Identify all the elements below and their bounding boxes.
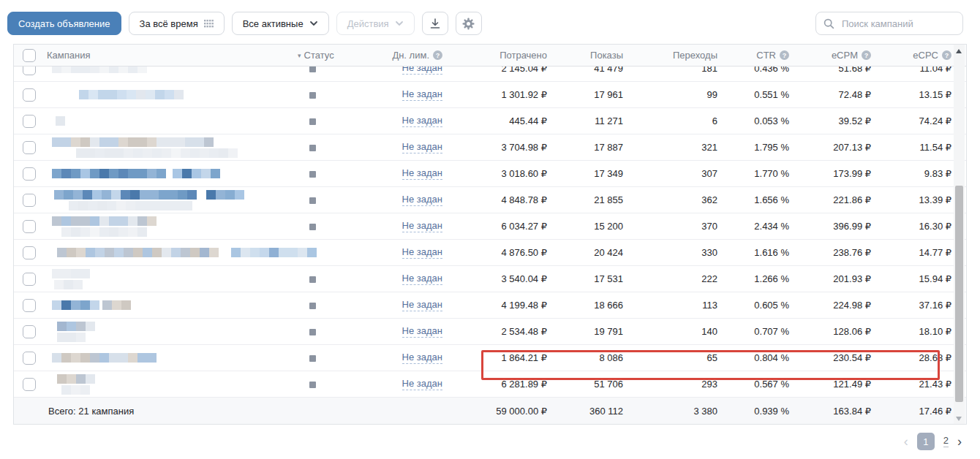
campaign-name-redacted[interactable] (42, 266, 290, 292)
campaign-name-redacted[interactable] (42, 371, 290, 397)
column-header-daily-limit[interactable]: Дн. лим. (344, 50, 442, 61)
column-header-ctr[interactable]: CTR (717, 50, 789, 61)
table-row[interactable]: Не задан 445.44 ₽ 11 271 6 0.053 % 39.52… (14, 108, 966, 134)
campaign-name-redacted[interactable] (42, 134, 290, 160)
help-icon[interactable] (780, 50, 789, 60)
select-all-checkbox[interactable] (23, 49, 36, 62)
campaign-name-redacted[interactable] (42, 187, 290, 213)
daily-limit-link[interactable]: Не задан (402, 246, 442, 259)
daily-limit-link[interactable]: Не задан (402, 115, 442, 127)
daily-limit-link[interactable]: Не задан (402, 141, 442, 153)
export-download-button[interactable] (422, 12, 448, 35)
daily-limit-link[interactable]: Не задан (402, 352, 442, 364)
status-filter-dropdown[interactable]: Все активные (232, 12, 329, 35)
column-header-ecpm[interactable]: eCPM (789, 50, 871, 61)
row-checkbox[interactable] (23, 246, 36, 259)
table-row[interactable]: Не задан 6 034.27 ₽ 15 200 370 2.434 % 3… (14, 213, 966, 240)
scrollbar-thumb[interactable] (955, 186, 963, 402)
help-icon[interactable] (942, 50, 951, 60)
campaign-name-redacted[interactable] (42, 292, 290, 318)
table-row[interactable]: Не задан 3 018.60 ₽ 17 349 307 1.770 % 1… (14, 161, 966, 187)
cell-ecpc: 13.39 ₽ (871, 194, 951, 205)
status-cell (290, 141, 344, 154)
campaign-name-redacted[interactable] (42, 82, 290, 107)
table-row[interactable]: Не задан 6 281.89 ₽ 51 706 293 0.567 % 1… (14, 371, 966, 398)
actions-dropdown[interactable]: Действия (336, 12, 415, 35)
row-checkbox[interactable] (23, 88, 36, 102)
column-header-campaign[interactable]: Кампания (42, 50, 290, 61)
page-next-arrow[interactable]: › (957, 435, 962, 448)
search-input[interactable] (840, 18, 972, 30)
cell-shows: 17 531 (547, 273, 623, 284)
daily-limit-link[interactable]: Не задан (402, 67, 442, 75)
row-checkbox[interactable] (23, 115, 36, 128)
cell-ecpm: 72.48 ₽ (789, 89, 871, 100)
scroll-down-arrow-icon[interactable] (956, 417, 962, 421)
calendar-grid-icon (204, 19, 214, 29)
daily-limit-link[interactable]: Не задан (402, 325, 442, 338)
table-row[interactable]: Не задан 1 864.21 ₽ 8 086 65 0.804 % 230… (14, 345, 966, 371)
campaign-name-redacted[interactable] (42, 345, 290, 371)
help-icon[interactable] (433, 50, 442, 60)
create-ad-button[interactable]: Создать объявление (7, 12, 121, 35)
daily-limit-link[interactable]: Не задан (402, 378, 442, 390)
daily-limit-link[interactable]: Не задан (402, 194, 442, 206)
campaign-name-redacted[interactable] (42, 213, 290, 239)
table-row[interactable]: Не задан 3 704.98 ₽ 17 887 321 1.795 % 2… (14, 134, 966, 161)
table-row[interactable]: Не задан 4 848.78 ₽ 21 855 362 1.656 % 2… (14, 187, 966, 213)
row-checkbox[interactable] (23, 220, 36, 233)
table-row[interactable]: Не задан 2 534.48 ₽ 19 791 140 0.707 % 1… (14, 319, 966, 345)
column-header-spent[interactable]: Потрачено (442, 50, 547, 61)
page-prev-arrow[interactable]: ‹ (904, 435, 908, 448)
row-checkbox[interactable] (23, 299, 36, 312)
table-row[interactable]: Не задан 2 145.04 ₽ 41 479 181 0.436 % 5… (14, 67, 966, 82)
settings-button[interactable] (456, 12, 482, 35)
campaign-name-redacted[interactable] (42, 67, 290, 81)
column-header-shows[interactable]: Показы (547, 50, 623, 61)
cell-shows: 17 887 (547, 142, 623, 153)
daily-limit-link[interactable]: Не задан (402, 299, 442, 311)
cell-clicks: 6 (623, 115, 717, 126)
page-button-2[interactable]: 2 (943, 436, 949, 447)
row-checkbox[interactable] (23, 194, 36, 207)
totals-label: Всего: 21 кампания (14, 406, 290, 417)
cell-spent: 2 534.48 ₽ (442, 326, 547, 337)
cell-spent: 445.44 ₽ (442, 115, 547, 126)
campaign-name-redacted[interactable] (42, 161, 290, 186)
row-checkbox[interactable] (23, 352, 36, 365)
help-icon[interactable] (862, 50, 871, 60)
campaign-name-redacted[interactable] (42, 319, 290, 344)
column-header-clicks[interactable]: Переходы (623, 50, 717, 61)
row-checkbox[interactable] (23, 167, 36, 181)
daily-limit-link[interactable]: Не задан (402, 88, 442, 101)
cell-shows: 17 349 (547, 168, 623, 179)
scroll-up-arrow-icon[interactable] (956, 49, 962, 53)
row-checkbox[interactable] (23, 325, 36, 338)
cell-ecpm: 230.54 ₽ (789, 352, 871, 363)
page-button-1[interactable]: 1 (917, 433, 935, 450)
campaign-name-redacted[interactable] (42, 108, 290, 134)
column-header-ecpc[interactable]: eCPC (871, 50, 951, 61)
cell-ecpc: 14.77 ₽ (871, 247, 951, 258)
daily-limit-link[interactable]: Не задан (402, 273, 442, 285)
cell-ecpc: 74.24 ₽ (871, 115, 951, 126)
table-row[interactable]: Не задан 1 301.92 ₽ 17 961 99 0.551 % 72… (14, 82, 966, 108)
table-row[interactable]: Не задан 3 540.04 ₽ 17 531 222 1.266 % 2… (14, 266, 966, 292)
table-row[interactable]: Не задан 4 876.50 ₽ 20 424 330 1.616 % 2… (14, 240, 966, 266)
daily-limit-link[interactable]: Не задан (402, 167, 442, 180)
cell-spent: 4 848.78 ₽ (442, 194, 547, 205)
column-header-status[interactable]: ▾ Статус (290, 50, 344, 61)
row-checkbox[interactable] (23, 67, 36, 75)
period-selector-button[interactable]: За всё время (129, 12, 225, 35)
campaign-name-redacted[interactable] (42, 240, 290, 265)
cell-ecpm: 207.13 ₽ (789, 142, 871, 153)
row-checkbox[interactable] (23, 141, 36, 154)
cell-ecpc: 21.43 ₽ (871, 379, 951, 390)
cell-ecpc: 9.83 ₽ (871, 168, 951, 179)
table-row[interactable]: Не задан 4 199.48 ₽ 18 666 113 0.605 % 2… (14, 292, 966, 319)
cell-spent: 6 281.89 ₽ (442, 379, 547, 390)
cell-shows: 17 961 (547, 89, 623, 100)
row-checkbox[interactable] (23, 273, 36, 286)
daily-limit-link[interactable]: Не задан (402, 220, 442, 232)
row-checkbox[interactable] (23, 378, 36, 391)
